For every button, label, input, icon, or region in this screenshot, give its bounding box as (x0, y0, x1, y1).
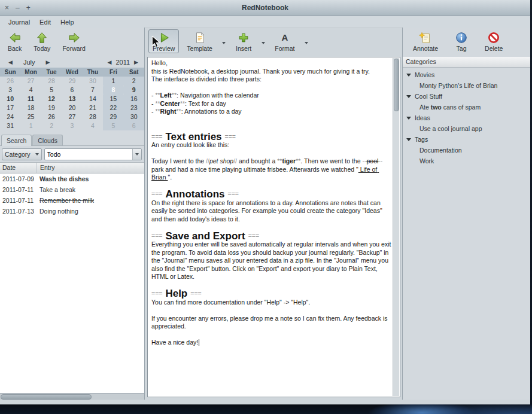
calendar-day[interactable]: 9 (124, 86, 144, 95)
forward-button[interactable]: Forward (58, 29, 90, 53)
search-entry-dropdown[interactable] (132, 149, 141, 160)
template-button[interactable]: Template (183, 29, 217, 53)
categories-column-header[interactable]: Categories (403, 57, 530, 68)
next-month-button[interactable]: ▶ (44, 59, 51, 65)
calendar-day[interactable]: 30 (83, 77, 103, 86)
tree-leaf[interactable]: Work (403, 156, 530, 166)
calendar-day[interactable]: 7 (83, 86, 103, 95)
calendar-day[interactable]: 13 (62, 95, 82, 104)
prev-month-button[interactable]: ◀ (7, 59, 14, 65)
preview-button[interactable]: Preview (148, 29, 179, 53)
tree-node[interactable]: Cool Stuff (403, 91, 530, 102)
next-year-button[interactable]: ▶ (133, 59, 139, 65)
calendar-day[interactable]: 24 (0, 112, 20, 121)
expander-icon[interactable] (406, 74, 411, 77)
tree-node[interactable]: Tags (403, 134, 530, 145)
calendar-day[interactable]: 18 (20, 104, 41, 112)
insert-dropdown-button[interactable] (259, 34, 267, 52)
calendar-day[interactable]: 2 (41, 121, 62, 130)
calendar-day[interactable]: 4 (20, 86, 41, 95)
calendar-day[interactable]: 11 (20, 95, 41, 104)
calendar-day[interactable]: 19 (41, 104, 62, 112)
delete-button[interactable]: Delete (481, 29, 507, 53)
table-row[interactable]: 2011-07-13Doing nothing (0, 206, 144, 217)
calendar-day[interactable]: 27 (20, 77, 41, 86)
minimize-button[interactable]: – (16, 4, 20, 11)
calendar-day[interactable]: 17 (0, 104, 20, 112)
tree-leaf[interactable]: Monty Python's Life of Brian (403, 80, 530, 91)
expander-icon[interactable] (406, 95, 411, 98)
calendar-day[interactable]: 3 (62, 121, 82, 130)
calendar-day[interactable]: 5 (103, 121, 123, 130)
calendar-day[interactable]: 3 (0, 86, 20, 95)
tab-search[interactable]: Search (1, 135, 32, 146)
main-area: Back Today Forward (0, 28, 530, 400)
titlebar[interactable]: ×–+ RedNotebook (0, 0, 530, 16)
close-button[interactable]: × (5, 4, 9, 11)
calendar-day[interactable]: 23 (124, 104, 144, 112)
date-column-header[interactable]: Date (0, 163, 37, 173)
calendar-day[interactable]: 27 (62, 112, 82, 121)
tree-leaf[interactable]: Documentation (403, 145, 530, 156)
table-row[interactable]: 2011-07-11Take a break (0, 184, 144, 195)
calendar-day[interactable]: 6 (62, 86, 82, 95)
calendar-day[interactable]: 4 (83, 121, 103, 130)
calendar-day[interactable]: 2 (124, 77, 144, 86)
tab-clouds[interactable]: Clouds (32, 135, 63, 145)
calendar-day[interactable]: 28 (41, 77, 62, 86)
calendar-day[interactable]: 21 (83, 104, 103, 112)
scrollbar-thumb[interactable] (1, 394, 92, 400)
calendar-day[interactable]: 28 (83, 112, 103, 121)
scrollbar-thumb[interactable] (394, 59, 399, 111)
calendar-day[interactable]: 22 (103, 104, 123, 112)
format-dropdown-button[interactable] (303, 34, 311, 52)
calendar-day[interactable]: 26 (0, 77, 20, 86)
expander-icon[interactable] (406, 138, 411, 141)
calendar-day-header: Thu (83, 68, 103, 77)
calendar-day[interactable]: 14 (83, 95, 103, 104)
calendar-day[interactable]: 8 (103, 86, 123, 95)
calendar-day[interactable]: 12 (41, 95, 62, 104)
calendar-day[interactable]: 10 (0, 95, 20, 104)
tree-node[interactable]: Ideas (403, 112, 530, 123)
calendar-day[interactable]: 6 (124, 121, 144, 130)
menu-item-help[interactable]: Help (56, 17, 79, 27)
calendar-day[interactable]: 31 (0, 121, 20, 130)
menu-item-edit[interactable]: Edit (35, 17, 56, 27)
calendar-day[interactable]: 26 (41, 112, 62, 121)
calendar-day[interactable]: 1 (103, 77, 123, 86)
calendar-day[interactable]: 16 (124, 95, 144, 104)
prev-year-button[interactable]: ◀ (107, 59, 113, 65)
horizontal-scrollbar[interactable] (0, 393, 144, 400)
table-row[interactable]: 2011-07-09Wash the dishes (0, 173, 144, 184)
tree-leaf[interactable]: Ate two cans of spam (403, 102, 530, 112)
format-button[interactable]: A Format (270, 29, 299, 53)
editor-textarea[interactable]: Hello,this is RedNotebook, a desktop jou… (151, 59, 392, 395)
calendar-day[interactable]: 25 (20, 112, 41, 121)
calendar-day[interactable]: 20 (62, 104, 82, 112)
insert-button[interactable]: Insert (232, 29, 256, 53)
tree-leaf-label: Monty Python's Life of Brian (419, 82, 497, 89)
template-dropdown-button[interactable] (220, 34, 228, 52)
today-button[interactable]: Today (29, 29, 54, 53)
calendar-day[interactable]: 15 (103, 95, 123, 104)
calendar-day[interactable]: 29 (103, 112, 123, 121)
calendar-day[interactable]: 30 (124, 112, 144, 121)
calendar-day[interactable]: 5 (41, 86, 62, 95)
calendar-day[interactable]: 1 (20, 121, 41, 130)
table-row[interactable]: 2011-07-11Remember the milk (0, 195, 144, 206)
tree-node[interactable]: Movies (403, 69, 530, 80)
maximize-button[interactable]: + (26, 4, 31, 11)
annotate-button[interactable]: Annotate (409, 29, 442, 53)
back-button[interactable]: Back (4, 29, 26, 53)
entry-column-header[interactable]: Entry (37, 163, 144, 173)
calendar-day[interactable]: 29 (62, 77, 82, 86)
text-caret (199, 339, 199, 346)
search-input[interactable] (45, 151, 132, 158)
tag-button[interactable]: Tag (451, 29, 472, 53)
menu-item-journal[interactable]: Journal (4, 17, 35, 27)
vertical-scrollbar[interactable] (393, 58, 399, 396)
tree-leaf[interactable]: Use a cool journal app (403, 123, 530, 134)
expander-icon[interactable] (406, 117, 411, 120)
category-dropdown[interactable]: Category (2, 148, 42, 160)
